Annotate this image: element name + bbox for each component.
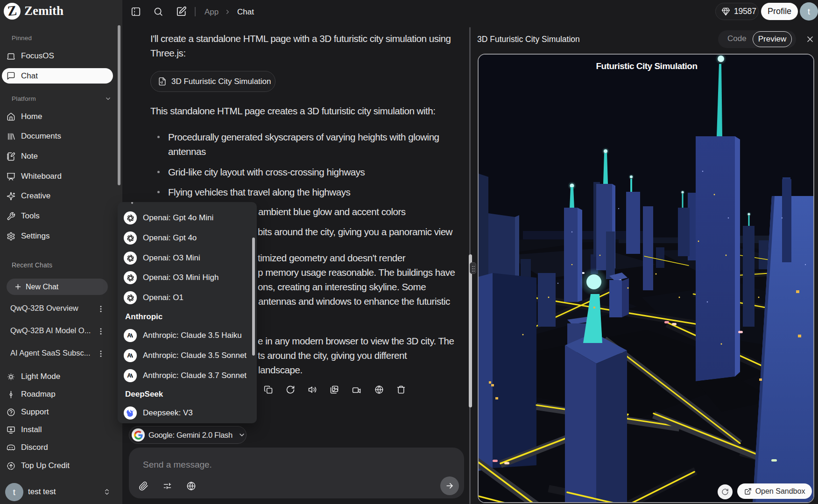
svg-text:A: A [127, 372, 131, 379]
svg-text:Futuristic City Simulation: Futuristic City Simulation [596, 61, 697, 71]
svg-text:A: A [127, 352, 131, 359]
svg-text:A: A [127, 332, 131, 339]
